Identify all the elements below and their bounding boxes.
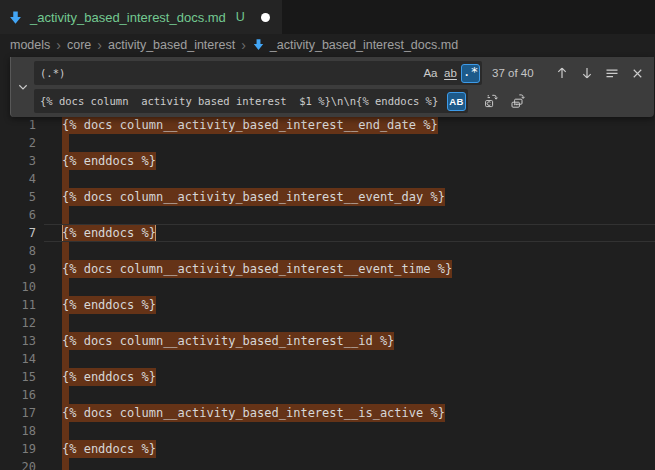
editor-lines: 1{% docs column__activity_based_interest… [0, 55, 655, 470]
breadcrumb-item-models[interactable]: models [10, 38, 50, 52]
code-content [62, 242, 69, 260]
code-line[interactable]: 13{% docs column__activity_based_interes… [0, 332, 655, 350]
code-line[interactable]: 19{% enddocs %} [0, 440, 655, 458]
code-content: {% docs column__activity_based_interest_… [62, 188, 445, 206]
code-content [62, 458, 69, 470]
code-content: {% enddocs %} [62, 296, 156, 314]
code-line[interactable]: 16 [0, 386, 655, 404]
code-line[interactable]: 3{% enddocs %} [0, 152, 655, 170]
find-match: {% docs column__activity_based_interest_… [62, 260, 452, 278]
code-line[interactable]: 12 [0, 314, 655, 332]
line-number[interactable]: 9 [0, 260, 36, 278]
toggle-replace-button[interactable] [11, 61, 34, 113]
line-number[interactable]: 11 [0, 296, 36, 314]
code-line[interactable]: 20 [0, 458, 655, 470]
close-find-widget-button[interactable] [626, 62, 648, 84]
find-match [62, 206, 69, 224]
match-case-toggle[interactable]: Aa [421, 64, 440, 83]
line-number[interactable]: 15 [0, 368, 36, 386]
find-match [62, 458, 69, 470]
line-number[interactable]: 16 [0, 386, 36, 404]
line-number[interactable]: 17 [0, 404, 36, 422]
find-match: {% docs column__activity_based_interest_… [62, 188, 445, 206]
code-content: {% enddocs %} [62, 224, 156, 242]
find-match [62, 314, 69, 332]
find-match [62, 170, 69, 188]
line-number[interactable]: 4 [0, 170, 36, 188]
code-content: {% enddocs %} [62, 152, 156, 170]
replace-action-buttons [480, 90, 529, 112]
markdown-file-icon [252, 38, 265, 51]
regex-toggle[interactable]: .* [461, 64, 480, 83]
next-match-button[interactable] [576, 62, 598, 84]
code-content [62, 314, 69, 332]
markdown-file-icon [8, 10, 23, 25]
find-match [62, 278, 69, 296]
line-number[interactable]: 3 [0, 152, 36, 170]
code-line[interactable]: 1{% docs column__activity_based_interest… [0, 116, 655, 134]
find-match [62, 386, 69, 404]
previous-match-button[interactable] [551, 62, 573, 84]
line-number[interactable]: 10 [0, 278, 36, 296]
line-number[interactable]: 19 [0, 440, 36, 458]
line-number[interactable]: 1 [0, 116, 36, 134]
editor-tab[interactable]: _activity_based_interest_docs.md U [0, 0, 282, 34]
modified-indicator-dot[interactable] [261, 13, 270, 22]
line-number[interactable]: 2 [0, 134, 36, 152]
breadcrumb-separator: › [241, 38, 246, 52]
code-line[interactable]: 18 [0, 422, 655, 440]
line-number[interactable]: 18 [0, 422, 36, 440]
code-content [62, 278, 69, 296]
code-line[interactable]: 14 [0, 350, 655, 368]
tab-bar: _activity_based_interest_docs.md U [0, 0, 655, 34]
breadcrumb-separator: › [97, 38, 102, 52]
close-icon [630, 66, 645, 81]
find-match: {% docs column__activity_based_interest_… [62, 116, 438, 134]
line-number[interactable]: 13 [0, 332, 36, 350]
replace-button[interactable] [480, 90, 502, 112]
code-content: {% docs column__activity_based_interest_… [62, 116, 438, 134]
line-number[interactable]: 5 [0, 188, 36, 206]
selection-icon [604, 65, 620, 81]
line-number[interactable]: 7 [0, 224, 36, 242]
code-line[interactable]: 10 [0, 278, 655, 296]
code-line[interactable]: 11{% enddocs %} [0, 296, 655, 314]
arrow-down-icon [579, 65, 595, 81]
code-content: {% docs column__activity_based_interest_… [62, 404, 445, 422]
code-line[interactable]: 15{% enddocs %} [0, 368, 655, 386]
breadcrumb-item-activity-based-interest[interactable]: activity_based_interest [108, 38, 235, 52]
breadcrumb-item-core[interactable]: core [67, 38, 91, 52]
code-content: {% enddocs %} [62, 368, 156, 386]
find-match: {% docs column__activity_based_interest_… [62, 404, 445, 422]
code-line[interactable]: 17{% docs column__activity_based_interes… [0, 404, 655, 422]
line-number[interactable]: 20 [0, 458, 36, 470]
code-content [62, 422, 69, 440]
code-content: {% docs column__activity_based_interest_… [62, 260, 452, 278]
breadcrumb-item-file[interactable]: _activity_based_interest_docs.md [252, 38, 458, 52]
replace-input[interactable] [40, 95, 446, 107]
find-match-current: {% enddocs %} [62, 224, 156, 242]
results-count: 37 of 40 [492, 67, 534, 79]
line-number[interactable]: 14 [0, 350, 36, 368]
code-line[interactable]: 2 [0, 134, 655, 152]
code-line[interactable]: 4 [0, 170, 655, 188]
git-status-badge: U [236, 10, 245, 24]
code-line[interactable]: 8 [0, 242, 655, 260]
code-content [62, 206, 69, 224]
find-input[interactable] [40, 67, 420, 79]
line-number[interactable]: 8 [0, 242, 36, 260]
code-line[interactable]: 7{% enddocs %} [0, 224, 655, 242]
code-content [62, 134, 69, 152]
code-line[interactable]: 9{% docs column__activity_based_interest… [0, 260, 655, 278]
editor[interactable]: 1{% docs column__activity_based_interest… [0, 55, 655, 470]
whole-word-toggle[interactable]: ab [441, 64, 460, 83]
code-content [62, 170, 69, 188]
find-in-selection-button[interactable] [601, 62, 623, 84]
code-line[interactable]: 6 [0, 206, 655, 224]
breadcrumb-file-label: _activity_based_interest_docs.md [270, 38, 458, 52]
replace-all-button[interactable] [507, 90, 529, 112]
line-number[interactable]: 12 [0, 314, 36, 332]
line-number[interactable]: 6 [0, 206, 36, 224]
code-line[interactable]: 5{% docs column__activity_based_interest… [0, 188, 655, 206]
preserve-case-toggle[interactable]: AB [447, 92, 466, 111]
